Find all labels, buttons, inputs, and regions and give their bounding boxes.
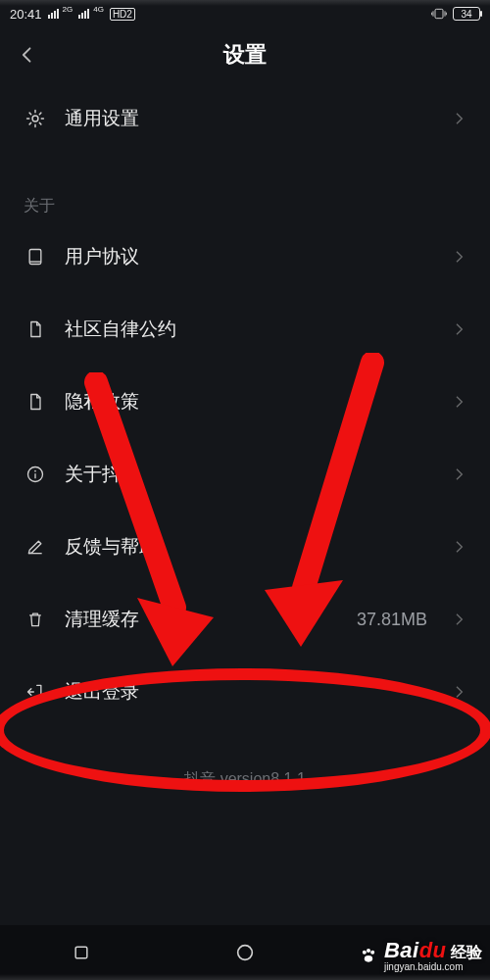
book-icon bbox=[24, 245, 47, 269]
battery-percent: 34 bbox=[461, 9, 471, 20]
row-user-agreement[interactable]: 用户协议 bbox=[0, 220, 490, 293]
section-about-label: 关于 bbox=[0, 172, 490, 220]
svg-rect-0 bbox=[435, 9, 443, 18]
svg-point-15 bbox=[367, 949, 370, 953]
chevron-right-icon bbox=[451, 466, 466, 482]
hd-badge: HD2 bbox=[110, 8, 135, 21]
version-text: 抖音 version8.1.1 bbox=[0, 769, 490, 790]
page-title: 设置 bbox=[223, 40, 267, 70]
row-label: 关于抖音 bbox=[65, 462, 433, 487]
row-community-convention[interactable]: 社区自律公约 bbox=[0, 293, 490, 366]
paw-icon bbox=[359, 946, 378, 965]
row-label: 清理缓存 bbox=[65, 607, 339, 632]
signal-bars-1-icon bbox=[48, 9, 59, 19]
row-label: 反馈与帮助 bbox=[65, 534, 433, 560]
back-button[interactable] bbox=[12, 39, 43, 71]
header: 设置 bbox=[0, 27, 490, 82]
chevron-right-icon bbox=[451, 394, 466, 410]
chevron-right-icon bbox=[451, 249, 466, 265]
nav-recent-button[interactable] bbox=[62, 933, 101, 972]
row-privacy-policy[interactable]: 隐私政策 bbox=[0, 366, 490, 438]
cache-size-value: 37.81MB bbox=[357, 610, 427, 630]
svg-point-13 bbox=[238, 946, 253, 960]
watermark-brand: Baidu bbox=[384, 938, 447, 962]
battery-icon: 34 bbox=[453, 7, 480, 21]
row-label: 退出登录 bbox=[65, 679, 433, 705]
chevron-right-icon bbox=[451, 111, 466, 126]
pencil-icon bbox=[24, 535, 47, 559]
svg-point-16 bbox=[370, 950, 374, 954]
nav-home-button[interactable] bbox=[225, 933, 265, 972]
gear-icon bbox=[24, 107, 47, 130]
row-label: 社区自律公约 bbox=[65, 317, 433, 342]
status-time: 20:41 bbox=[10, 7, 42, 22]
logout-icon bbox=[24, 680, 47, 704]
info-icon bbox=[24, 463, 47, 486]
circle-icon bbox=[234, 942, 256, 963]
trash-icon bbox=[24, 608, 47, 631]
net-4g-label: 4G bbox=[93, 5, 104, 14]
row-label: 用户协议 bbox=[65, 244, 433, 270]
watermark-cn: 经验 bbox=[451, 944, 482, 960]
signal-bars-2-icon bbox=[78, 9, 89, 19]
svg-point-5 bbox=[34, 470, 36, 472]
watermark-url: jingyan.baidu.com bbox=[384, 961, 482, 972]
row-label: 通用设置 bbox=[65, 106, 433, 131]
chevron-right-icon bbox=[451, 321, 466, 337]
row-logout[interactable]: 退出登录 bbox=[0, 656, 490, 728]
net-2g-label: 2G bbox=[63, 5, 74, 14]
chevron-right-icon bbox=[451, 539, 466, 555]
svg-rect-12 bbox=[75, 947, 87, 958]
chevron-left-icon bbox=[18, 45, 37, 65]
row-label: 隐私政策 bbox=[65, 389, 433, 415]
vibrate-icon bbox=[431, 8, 447, 20]
row-about-app[interactable]: 关于抖音 bbox=[0, 438, 490, 511]
svg-point-1 bbox=[32, 116, 38, 122]
svg-point-14 bbox=[363, 950, 367, 954]
file-icon bbox=[24, 318, 47, 341]
row-feedback-help[interactable]: 反馈与帮助 bbox=[0, 511, 490, 583]
square-icon bbox=[72, 943, 91, 962]
chevron-right-icon bbox=[451, 612, 466, 627]
file-icon bbox=[24, 390, 47, 414]
row-clear-cache[interactable]: 清理缓存 37.81MB bbox=[0, 583, 490, 656]
chevron-right-icon bbox=[451, 684, 466, 700]
status-bar: 20:41 2G 4G HD2 34 bbox=[0, 0, 490, 27]
watermark: Baidu 经验 jingyan.baidu.com bbox=[359, 938, 482, 972]
row-general-settings[interactable]: 通用设置 bbox=[0, 82, 490, 155]
svg-point-17 bbox=[365, 956, 372, 962]
